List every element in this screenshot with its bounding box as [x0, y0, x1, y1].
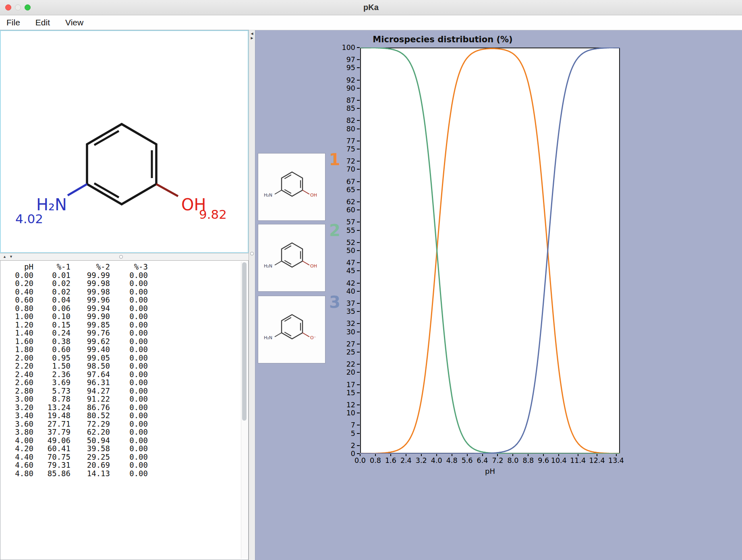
y-tick-label: 90 [327, 84, 355, 92]
y-tick-label: 70 [327, 165, 355, 173]
table-cell: 0.00 [110, 461, 148, 469]
y-tick [357, 222, 360, 222]
table-cell: 3.80 [2, 428, 33, 436]
table-cell: 5.73 [33, 387, 70, 395]
splitter-collapse-arrows-vertical[interactable]: ◀▶ [249, 31, 255, 40]
table-cell: 79.31 [33, 461, 70, 469]
microspecies-thumbnail-1[interactable]: H₂N OH [258, 153, 325, 221]
y-tick-label: 85 [327, 104, 355, 112]
table-cell: 29.25 [70, 453, 110, 461]
table-row: 4.0049.0650.940.00 [0, 436, 248, 445]
table-scrollbar-track[interactable] [241, 261, 247, 559]
microspecies-structure-3: H₂N O⁻ [258, 296, 325, 363]
table-row: 0.400.0299.980.00 [0, 288, 248, 296]
table-cell: 99.98 [70, 288, 110, 296]
table-cell: 39.58 [70, 444, 110, 453]
table-cell: 0.00 [110, 411, 148, 420]
vertical-splitter-grip[interactable] [250, 252, 254, 255]
y-tick-label: 67 [327, 178, 355, 186]
menu-file[interactable]: File [6, 18, 20, 27]
table-row: 3.4019.4880.520.00 [0, 411, 248, 420]
curve-species-3 [360, 48, 620, 454]
zoom-button[interactable] [25, 4, 31, 10]
table-cell: 0.00 [110, 403, 148, 412]
table-cell: 99.94 [70, 304, 110, 313]
y-tick [357, 413, 360, 413]
table-cell: 0.00 [110, 329, 148, 337]
table-cell: 98.50 [70, 362, 110, 370]
y-tick-label: 75 [327, 145, 355, 153]
y-tick-label: 2 [327, 442, 355, 450]
table-cell: 99.76 [70, 329, 110, 337]
table-cell: 0.00 [110, 337, 148, 346]
table-cell: 0.00 [110, 395, 148, 403]
table-row: 2.805.7394.270.00 [0, 387, 248, 395]
table-cell: 0.00 [110, 304, 148, 313]
x-tick [597, 454, 597, 456]
y-tick-label: 35 [327, 307, 355, 315]
table-cell: 0.00 [2, 271, 33, 280]
y-tick [357, 59, 360, 60]
table-cell: 0.38 [33, 337, 70, 346]
y-tick-label: 40 [327, 287, 355, 295]
table-cell: 2.00 [2, 354, 33, 362]
table-cell: 99.62 [70, 337, 110, 346]
ph-table-header: pH%-1%-2%-3 [0, 263, 248, 271]
y-tick [357, 120, 360, 121]
table-cell: 0.00 [110, 354, 148, 362]
table-cell: 13.24 [33, 403, 70, 412]
thumb1-amine-label: H₂N [264, 193, 272, 198]
y-tick [357, 80, 360, 81]
x-tick [558, 454, 559, 456]
table-row: 2.402.3697.640.00 [0, 370, 248, 379]
table-cell: 0.20 [2, 279, 33, 288]
y-tick-label: 77 [327, 137, 355, 145]
table-row: 0.200.0299.980.00 [0, 279, 248, 288]
table-row: 3.008.7891.220.00 [0, 395, 248, 403]
y-tick-label: 12 [327, 401, 355, 409]
table-cell: 0.01 [33, 271, 70, 280]
thumb3-oxygen-label: O⁻ [310, 335, 316, 340]
y-tick-label: 80 [327, 125, 355, 133]
menu-edit[interactable]: Edit [35, 18, 50, 27]
table-cell: 60.41 [33, 444, 70, 453]
table-row: 0.000.0199.990.00 [0, 271, 248, 280]
table-header-cell: %-1 [33, 263, 70, 271]
table-cell: 0.00 [110, 370, 148, 379]
y-tick [357, 352, 360, 353]
close-button[interactable] [5, 4, 11, 10]
benzene-ring [87, 124, 156, 204]
x-tick [467, 454, 468, 456]
table-cell: 4.80 [2, 469, 33, 478]
table-cell: 8.78 [33, 395, 70, 403]
y-tick-label: 65 [327, 186, 355, 194]
y-tick [357, 291, 360, 292]
molecule-canvas[interactable]: H₂N OH 4.02 9.82 [1, 31, 248, 252]
horizontal-splitter[interactable]: ▲▼ [0, 253, 249, 261]
y-tick-label: 30 [327, 328, 355, 336]
x-tick [528, 454, 529, 456]
table-cell: 20.69 [70, 461, 110, 469]
minimize-button[interactable] [15, 4, 21, 10]
splitter-grip[interactable] [119, 255, 123, 259]
table-row: 2.201.5098.500.00 [0, 362, 248, 370]
microspecies-thumbnail-3[interactable]: H₂N O⁻ [258, 296, 325, 363]
y-tick [357, 392, 360, 393]
table-row: 1.600.3899.620.00 [0, 337, 248, 346]
table-cell: 0.00 [110, 288, 148, 296]
table-cell: 0.00 [110, 321, 148, 329]
table-cell: 1.40 [2, 329, 33, 337]
microspecies-thumbnail-2[interactable]: H₂N OH [258, 224, 325, 292]
thumb2-oxygen-label: OH [310, 263, 317, 269]
table-cell: 3.60 [2, 420, 33, 428]
vertical-splitter[interactable]: ◀▶ [249, 30, 255, 560]
menu-view[interactable]: View [65, 18, 83, 27]
table-cell: 2.80 [2, 387, 33, 395]
y-tick [357, 129, 360, 129]
table-scrollbar-thumb[interactable] [242, 262, 247, 421]
splitter-collapse-arrows[interactable]: ▲▼ [3, 255, 16, 259]
y-tick-label: 17 [327, 381, 355, 389]
y-tick [357, 181, 360, 182]
y-tick [357, 384, 360, 385]
thumb3-amine-label: H₂N [264, 335, 272, 340]
